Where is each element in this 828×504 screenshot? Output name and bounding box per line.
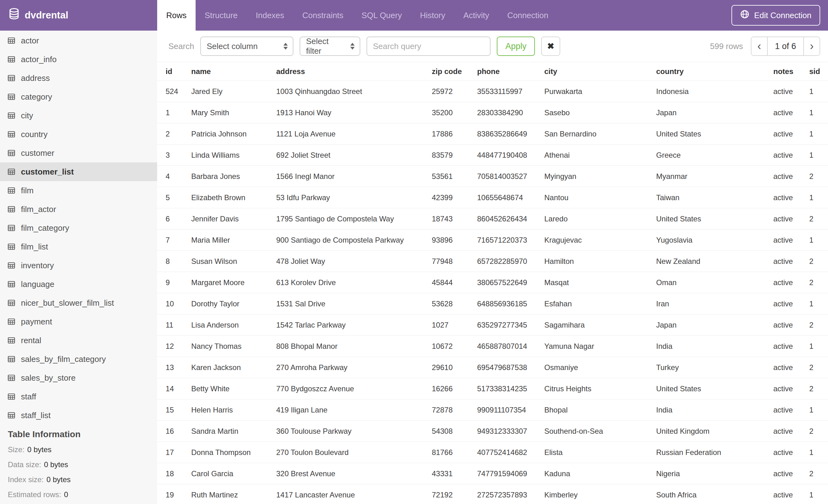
cell-country[interactable]: Nigeria — [648, 463, 765, 484]
sidebar-item-film[interactable]: film — [0, 181, 157, 200]
sidebar-item-language[interactable]: language — [0, 275, 157, 293]
cell-phone[interactable]: 860452626434 — [469, 208, 536, 230]
column-header-zip-code[interactable]: zip code — [423, 62, 469, 81]
table-row[interactable]: 1Mary Smith1913 Hanoi Way352002830338429… — [157, 102, 828, 123]
cell-sid[interactable]: 2 — [801, 208, 828, 230]
cell-address[interactable]: 270 Toulon Boulevard — [268, 442, 423, 463]
cell-id[interactable]: 14 — [157, 378, 183, 399]
cell-address[interactable]: 1531 Sal Drive — [268, 293, 423, 314]
cell-zip-code[interactable]: 25972 — [423, 81, 469, 102]
cell-notes[interactable]: active — [765, 314, 801, 336]
cell-city[interactable]: Kimberley — [536, 484, 648, 504]
cell-id[interactable]: 18 — [157, 463, 183, 484]
table-row[interactable]: 15Helen Harris419 Iligan Lane72878990911… — [157, 399, 828, 421]
cell-zip-code[interactable]: 18743 — [423, 208, 469, 230]
cell-phone[interactable]: 465887807014 — [469, 336, 536, 357]
cell-notes[interactable]: active — [765, 442, 801, 463]
cell-id[interactable]: 10 — [157, 293, 183, 314]
cell-notes[interactable]: active — [765, 293, 801, 314]
cell-country[interactable]: United States — [648, 123, 765, 145]
cell-city[interactable]: Citrus Heights — [536, 378, 648, 399]
cell-id[interactable]: 4 — [157, 166, 183, 187]
cell-id[interactable]: 15 — [157, 399, 183, 421]
cell-sid[interactable]: 1 — [801, 442, 828, 463]
cell-notes[interactable]: active — [765, 81, 801, 102]
cell-id[interactable]: 16 — [157, 421, 183, 442]
tab-sql-query[interactable]: SQL Query — [353, 0, 411, 31]
cell-notes[interactable]: active — [765, 272, 801, 293]
cell-name[interactable]: Barbara Jones — [183, 166, 268, 187]
sidebar-item-address[interactable]: address — [0, 69, 157, 87]
cell-address[interactable]: 692 Joliet Street — [268, 145, 423, 166]
sidebar-item-country[interactable]: country — [0, 125, 157, 144]
cell-city[interactable]: Sasebo — [536, 102, 648, 123]
table-row[interactable]: 11Lisa Anderson1542 Tarlac Parkway102763… — [157, 314, 828, 336]
cell-name[interactable]: Donna Thompson — [183, 442, 268, 463]
cell-address[interactable]: 53 Idfu Parkway — [268, 187, 423, 208]
cell-address[interactable]: 1417 Lancaster Avenue — [268, 484, 423, 504]
column-header-name[interactable]: name — [183, 62, 268, 81]
cell-sid[interactable]: 1 — [801, 145, 828, 166]
cell-sid[interactable]: 1 — [801, 81, 828, 102]
cell-name[interactable]: Lisa Anderson — [183, 314, 268, 336]
cell-address[interactable]: 770 Bydgoszcz Avenue — [268, 378, 423, 399]
cell-zip-code[interactable]: 45844 — [423, 272, 469, 293]
cell-sid[interactable]: 2 — [801, 251, 828, 272]
cell-address[interactable]: 1003 Qinhuangdao Street — [268, 81, 423, 102]
cell-id[interactable]: 5 — [157, 187, 183, 208]
cell-zip-code[interactable]: 35200 — [423, 102, 469, 123]
edit-connection-button[interactable]: Edit Connection — [732, 5, 820, 26]
cell-address[interactable]: 613 Korolev Drive — [268, 272, 423, 293]
cell-country[interactable]: India — [648, 336, 765, 357]
cell-sid[interactable]: 2 — [801, 421, 828, 442]
cell-phone[interactable]: 272572357893 — [469, 484, 536, 504]
search-query-input[interactable] — [367, 37, 491, 56]
cell-phone[interactable]: 380657522649 — [469, 272, 536, 293]
cell-city[interactable]: Kaduna — [536, 463, 648, 484]
cell-phone[interactable]: 648856936185 — [469, 293, 536, 314]
tab-rows[interactable]: Rows — [157, 0, 196, 31]
cell-country[interactable]: United States — [648, 208, 765, 230]
sidebar-item-rental[interactable]: rental — [0, 331, 157, 350]
sidebar-item-film_actor[interactable]: film_actor — [0, 200, 157, 219]
cell-name[interactable]: Karen Jackson — [183, 357, 268, 378]
cell-name[interactable]: Margaret Moore — [183, 272, 268, 293]
cell-city[interactable]: Bhopal — [536, 399, 648, 421]
cell-zip-code[interactable]: 54308 — [423, 421, 469, 442]
cell-address[interactable]: 1795 Santiago de Compostela Way — [268, 208, 423, 230]
cell-id[interactable]: 8 — [157, 251, 183, 272]
cell-country[interactable]: India — [648, 399, 765, 421]
cell-country[interactable]: Indonesia — [648, 81, 765, 102]
cell-phone[interactable]: 695479687538 — [469, 357, 536, 378]
cell-city[interactable]: Elista — [536, 442, 648, 463]
cell-zip-code[interactable]: 53628 — [423, 293, 469, 314]
cell-sid[interactable]: 1 — [801, 399, 828, 421]
cell-city[interactable]: Kragujevac — [536, 230, 648, 251]
table-row[interactable]: 10Dorothy Taylor1531 Sal Drive5362864885… — [157, 293, 828, 314]
cell-city[interactable]: Purwakarta — [536, 81, 648, 102]
cell-notes[interactable]: active — [765, 463, 801, 484]
tab-constraints[interactable]: Constraints — [293, 0, 353, 31]
sidebar-item-staff_list[interactable]: staff_list — [0, 406, 157, 425]
cell-phone[interactable]: 517338314235 — [469, 378, 536, 399]
cell-sid[interactable]: 1 — [801, 484, 828, 504]
cell-zip-code[interactable]: 10672 — [423, 336, 469, 357]
sidebar-item-sales_by_film_category[interactable]: sales_by_film_category — [0, 350, 157, 368]
cell-country[interactable]: Japan — [648, 102, 765, 123]
table-row[interactable]: 6Jennifer Davis1795 Santiago de Composte… — [157, 208, 828, 230]
cell-city[interactable]: Nantou — [536, 187, 648, 208]
cell-city[interactable]: Masqat — [536, 272, 648, 293]
sidebar-item-payment[interactable]: payment — [0, 312, 157, 331]
cell-name[interactable]: Ruth Martinez — [183, 484, 268, 504]
sidebar-item-film_list[interactable]: film_list — [0, 237, 157, 256]
cell-id[interactable]: 2 — [157, 123, 183, 145]
cell-zip-code[interactable]: 17886 — [423, 123, 469, 145]
cell-sid[interactable]: 2 — [801, 378, 828, 399]
cell-address[interactable]: 1566 Inegl Manor — [268, 166, 423, 187]
cell-country[interactable]: Turkey — [648, 357, 765, 378]
cell-phone[interactable]: 635297277345 — [469, 314, 536, 336]
cell-name[interactable]: Nancy Thomas — [183, 336, 268, 357]
table-row[interactable]: 524Jared Ely1003 Qinhuangdao Street25972… — [157, 81, 828, 102]
cell-notes[interactable]: active — [765, 123, 801, 145]
cell-notes[interactable]: active — [765, 484, 801, 504]
